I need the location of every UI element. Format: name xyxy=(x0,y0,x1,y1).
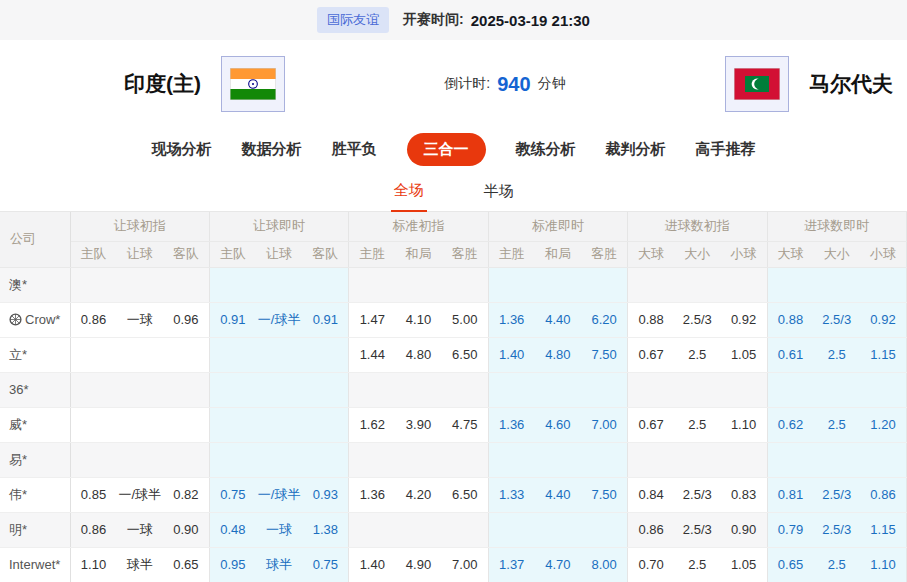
nav-tab-2[interactable]: 数据分析 xyxy=(242,140,302,159)
odds-cell[interactable]: 4.40 xyxy=(535,302,581,337)
company-cell[interactable]: 36* xyxy=(0,372,70,407)
odds-cell[interactable]: 0.91 xyxy=(302,302,348,337)
odds-cell: 1.40 xyxy=(349,547,395,582)
company-name: 36* xyxy=(9,382,29,397)
odds-cell: 4.20 xyxy=(395,477,441,512)
odds-cell[interactable]: 0.61 xyxy=(767,337,813,372)
odds-cell[interactable]: 4.80 xyxy=(535,337,581,372)
odds-cell[interactable]: 1.20 xyxy=(860,407,907,442)
company-name: 立* xyxy=(9,347,27,362)
sub-header: 主胜 xyxy=(488,241,534,267)
odds-cell xyxy=(163,267,209,302)
odds-cell xyxy=(116,442,162,477)
odds-cell[interactable]: 球半 xyxy=(256,547,302,582)
odds-cell[interactable]: 0.75 xyxy=(302,547,348,582)
odds-cell[interactable]: 0.95 xyxy=(209,547,255,582)
odds-cell[interactable]: 7.50 xyxy=(581,477,627,512)
odds-cell[interactable]: 0.91 xyxy=(209,302,255,337)
odds-cell xyxy=(70,267,116,302)
odds-cell[interactable]: 一/球半 xyxy=(256,302,302,337)
nav-tab-6[interactable]: 裁判分析 xyxy=(606,140,666,159)
odds-cell[interactable]: 2.5 xyxy=(814,407,860,442)
odds-cell[interactable]: 0.93 xyxy=(302,477,348,512)
home-flag-box xyxy=(221,56,285,112)
odds-cell: 1.44 xyxy=(349,337,395,372)
odds-cell[interactable]: 一/球半 xyxy=(256,477,302,512)
group-header-6: 进球数即时 xyxy=(767,212,906,241)
nav-tab-3[interactable]: 胜平负 xyxy=(332,140,377,159)
odds-cell xyxy=(256,337,302,372)
odds-cell[interactable]: 1.38 xyxy=(302,512,348,547)
odds-cell[interactable]: 0.48 xyxy=(209,512,255,547)
odds-cell[interactable]: 7.50 xyxy=(581,337,627,372)
odds-cell: 0.84 xyxy=(628,477,674,512)
nav-tab-7[interactable]: 高手推荐 xyxy=(696,140,756,159)
company-cell[interactable]: 立* xyxy=(0,337,70,372)
odds-cell: 2.5 xyxy=(674,407,720,442)
company-cell[interactable]: 澳* xyxy=(0,267,70,302)
company-cell[interactable]: 易* xyxy=(0,442,70,477)
odds-cell[interactable]: 1.37 xyxy=(488,547,534,582)
company-cell[interactable]: Interwet* xyxy=(0,547,70,582)
odds-cell[interactable]: 4.40 xyxy=(535,477,581,512)
company-name: 澳* xyxy=(9,277,27,292)
odds-cell[interactable]: 2.5/3 xyxy=(814,512,860,547)
odds-cell: 1.47 xyxy=(349,302,395,337)
odds-cell[interactable]: 1.36 xyxy=(488,302,534,337)
odds-cell[interactable]: 1.36 xyxy=(488,407,534,442)
company-cell[interactable]: 威* xyxy=(0,407,70,442)
period-tab-2[interactable]: 半场 xyxy=(481,182,517,211)
odds-cell[interactable]: 8.00 xyxy=(581,547,627,582)
odds-cell[interactable]: 4.60 xyxy=(535,407,581,442)
odds-cell xyxy=(442,512,488,547)
period-tabs: 全场半场 xyxy=(0,170,907,212)
odds-cell[interactable]: 0.65 xyxy=(767,547,813,582)
odds-cell xyxy=(767,267,813,302)
odds-cell[interactable]: 6.20 xyxy=(581,302,627,337)
odds-cell: 2.5/3 xyxy=(674,477,720,512)
odds-cell[interactable]: 7.00 xyxy=(581,407,627,442)
odds-cell xyxy=(721,442,767,477)
company-cell[interactable]: 伟* xyxy=(0,477,70,512)
odds-cell xyxy=(488,442,534,477)
odds-cell: 一/球半 xyxy=(116,477,162,512)
odds-cell[interactable]: 4.70 xyxy=(535,547,581,582)
odds-cell[interactable]: 2.5/3 xyxy=(814,477,860,512)
odds-cell[interactable]: 0.62 xyxy=(767,407,813,442)
odds-cell xyxy=(395,512,441,547)
company-cell[interactable]: 明* xyxy=(0,512,70,547)
odds-cell[interactable]: 1.15 xyxy=(860,337,907,372)
odds-cell[interactable]: 0.92 xyxy=(860,302,907,337)
table-row: Crow*0.86一球0.960.91一/球半0.911.474.105.001… xyxy=(0,302,907,337)
odds-cell[interactable]: 2.5 xyxy=(814,547,860,582)
odds-cell[interactable]: 0.88 xyxy=(767,302,813,337)
odds-cell xyxy=(302,442,348,477)
odds-cell[interactable]: 1.40 xyxy=(488,337,534,372)
odds-table: 公司 让球初指让球即时标准初指标准即时进球数初指进球数即时 主队让球客队主队让球… xyxy=(0,212,907,582)
sub-header: 大球 xyxy=(628,241,674,267)
nav-tab-4[interactable]: 三合一 xyxy=(407,133,486,166)
odds-cell[interactable]: 0.75 xyxy=(209,477,255,512)
company-column-header: 公司 xyxy=(0,212,70,267)
odds-cell[interactable]: 1.10 xyxy=(860,547,907,582)
odds-cell[interactable]: 0.86 xyxy=(860,477,907,512)
odds-cell xyxy=(628,372,674,407)
group-header-3: 标准初指 xyxy=(349,212,488,241)
sub-header: 小球 xyxy=(721,241,767,267)
company-cell[interactable]: Crow* xyxy=(0,302,70,337)
bookmaker-logo-icon xyxy=(9,313,22,326)
odds-cell[interactable]: 0.79 xyxy=(767,512,813,547)
odds-cell xyxy=(488,372,534,407)
nav-tab-5[interactable]: 教练分析 xyxy=(516,140,576,159)
odds-cell[interactable]: 2.5/3 xyxy=(814,302,860,337)
nav-tab-1[interactable]: 现场分析 xyxy=(152,140,212,159)
odds-cell[interactable]: 0.81 xyxy=(767,477,813,512)
maldives-flag-icon xyxy=(734,68,780,100)
odds-cell: 2.5 xyxy=(674,547,720,582)
period-tab-1[interactable]: 全场 xyxy=(391,181,427,212)
odds-cell[interactable]: 1.15 xyxy=(860,512,907,547)
odds-cell[interactable]: 一球 xyxy=(256,512,302,547)
odds-cell[interactable]: 1.33 xyxy=(488,477,534,512)
odds-cell[interactable]: 2.5 xyxy=(814,337,860,372)
odds-cell: 7.00 xyxy=(442,547,488,582)
